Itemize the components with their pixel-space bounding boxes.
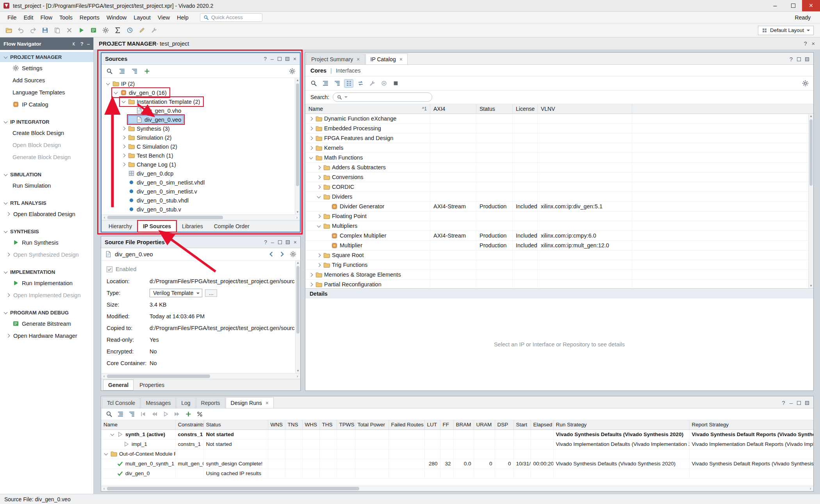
runs-row-synth-1-active[interactable]: synth_1 (active)constrs_1Not startedViva… bbox=[101, 429, 813, 439]
maximize-button[interactable] bbox=[784, 0, 802, 11]
scroll-up-icon[interactable]: ▲ bbox=[809, 114, 813, 119]
tab-reports[interactable]: Reports bbox=[196, 397, 225, 408]
tab-hierarchy[interactable]: Hierarchy bbox=[103, 221, 137, 232]
expand-all-button[interactable] bbox=[127, 410, 136, 419]
tab-properties[interactable]: Properties bbox=[134, 380, 169, 390]
play-green-button[interactable] bbox=[76, 25, 87, 35]
chevron-down-icon[interactable] bbox=[103, 451, 109, 456]
chevron-right-icon[interactable] bbox=[308, 126, 314, 131]
scroll-down-icon[interactable]: ▼ bbox=[809, 284, 813, 288]
runs-row-out-of-context-module-runs[interactable]: Out-of-Context Module Runs bbox=[101, 449, 813, 459]
flow-section-ip-integrator[interactable]: IP INTEGRATOR bbox=[0, 117, 93, 127]
edit-button[interactable] bbox=[136, 25, 147, 35]
runs-column-whs[interactable]: WHS bbox=[302, 420, 319, 429]
help-icon[interactable]: ? bbox=[790, 56, 793, 62]
scroll-down-icon[interactable]: ▼ bbox=[296, 369, 300, 373]
delete-button[interactable] bbox=[64, 25, 75, 35]
runs-column-lut[interactable]: LUT bbox=[424, 420, 440, 429]
undo-button[interactable] bbox=[15, 25, 26, 35]
dock-icon[interactable] bbox=[72, 41, 77, 46]
wrench-button[interactable] bbox=[148, 25, 159, 35]
menu-layout[interactable]: Layout bbox=[130, 13, 154, 22]
close-icon[interactable]: × bbox=[357, 56, 360, 62]
chevron-down-icon[interactable] bbox=[105, 81, 111, 86]
sigma-button[interactable] bbox=[112, 25, 123, 35]
runs-column-uram[interactable]: URAM bbox=[474, 420, 495, 429]
source-ip-2[interactable]: IP (2) bbox=[102, 79, 300, 88]
runs-column-bram[interactable]: BRAM bbox=[453, 420, 474, 429]
flow-item-create-block-design[interactable]: Create Block Design bbox=[0, 127, 93, 139]
catalog-row-cordic[interactable]: CORDIC bbox=[305, 182, 813, 192]
hier-button[interactable] bbox=[344, 79, 353, 88]
properties-horizontal-scrollbar[interactable]: ‹ › bbox=[101, 373, 300, 379]
chevron-right-icon[interactable] bbox=[5, 252, 11, 257]
source-div-gen-0-veo[interactable]: div_gen_0.veo bbox=[102, 115, 300, 124]
scroll-right-icon[interactable]: › bbox=[294, 374, 300, 379]
catalog-row-partial-reconfiguration[interactable]: Partial Reconfiguration bbox=[305, 280, 813, 288]
chevron-right-icon[interactable] bbox=[316, 165, 321, 170]
chevron-right-icon[interactable] bbox=[316, 185, 321, 190]
scroll-left-icon[interactable]: ‹ bbox=[102, 215, 107, 220]
quick-access-search[interactable]: Quick Access bbox=[200, 13, 262, 22]
details-header[interactable]: Details bbox=[305, 288, 813, 298]
swap-button[interactable] bbox=[356, 79, 365, 88]
collapse-all-button[interactable] bbox=[116, 410, 125, 419]
gear-button[interactable] bbox=[100, 25, 111, 35]
float-icon[interactable] bbox=[278, 240, 282, 244]
runs-horizontal-scrollbar[interactable]: ‹ › bbox=[101, 486, 813, 491]
close-button[interactable]: × bbox=[802, 0, 820, 11]
properties-vertical-scrollbar[interactable]: ▲ ▼ bbox=[295, 261, 300, 373]
source-div-gen-0-dcp[interactable]: div_gen_0.dcp bbox=[102, 169, 300, 178]
chevron-right-icon[interactable] bbox=[308, 272, 314, 277]
scroll-right-icon[interactable]: › bbox=[294, 215, 300, 220]
runs-column-elapsed[interactable]: Elapsed bbox=[531, 420, 553, 429]
source-div-gen-0-stub-v[interactable]: div_gen_0_stub.v bbox=[102, 205, 300, 214]
copy-button[interactable] bbox=[52, 25, 62, 35]
source-div-gen-0-sim-netlist-v[interactable]: div_gen_0_sim_netlist.v bbox=[102, 187, 300, 196]
subtab-cores[interactable]: Cores bbox=[310, 67, 326, 74]
catalog-row-kernels[interactable]: Kernels bbox=[305, 143, 813, 153]
tab-log[interactable]: Log bbox=[176, 397, 195, 408]
catalog-row-multiplier[interactable]: MultiplierProductionIncludedxilinx.com:i… bbox=[305, 241, 813, 250]
close-icon[interactable]: × bbox=[399, 56, 403, 62]
settings-gear-button[interactable] bbox=[800, 79, 810, 88]
flow-item-add-sources[interactable]: Add Sources bbox=[0, 74, 93, 86]
chevron-right-icon[interactable] bbox=[316, 175, 321, 180]
tab-ip-catalog[interactable]: IP Catalog× bbox=[365, 53, 408, 64]
runs-row-impl-1[interactable]: impl_1constrs_1Not startedVivado Impleme… bbox=[101, 439, 813, 449]
expand-all-button[interactable] bbox=[130, 67, 139, 76]
help-icon[interactable]: ? bbox=[264, 240, 267, 245]
flow-section-rtl-analysis[interactable]: RTL ANALYSIS bbox=[0, 198, 93, 208]
sources-vertical-scrollbar[interactable]: ▲ ▼ bbox=[295, 78, 300, 215]
menu-window[interactable]: Window bbox=[103, 13, 130, 22]
catalog-row-square-root[interactable]: Square Root bbox=[305, 250, 813, 260]
catalog-row-trig-functions[interactable]: Trig Functions bbox=[305, 260, 813, 270]
close-icon[interactable]: × bbox=[266, 400, 269, 406]
runs-row-div-gen-0[interactable]: div_gen_0Using cached IP results bbox=[101, 469, 813, 478]
chevron-down-icon[interactable] bbox=[121, 99, 126, 104]
subtab-interfaces[interactable]: Interfaces bbox=[336, 67, 361, 74]
tab-project-summary[interactable]: Project Summary× bbox=[306, 53, 365, 64]
runs-column-tpws[interactable]: TPWS bbox=[337, 420, 355, 429]
minimize-icon[interactable]: – bbox=[271, 240, 274, 245]
expand-all-button[interactable] bbox=[332, 79, 342, 88]
float-icon[interactable] bbox=[797, 57, 801, 61]
source-div-gen-0-vho[interactable]: div_gen_0.vho bbox=[102, 106, 300, 115]
flow-item-language-templates[interactable]: Language Templates bbox=[0, 86, 93, 98]
source-change-log-1[interactable]: Change Log (1) bbox=[102, 160, 300, 169]
chevron-down-icon[interactable] bbox=[113, 90, 118, 95]
enabled-checkbox[interactable] bbox=[107, 266, 112, 272]
chevron-down-icon[interactable] bbox=[3, 172, 8, 177]
runs-column-failed-routes[interactable]: Failed Routes bbox=[389, 420, 424, 429]
flow-item-settings[interactable]: Settings bbox=[0, 62, 93, 74]
minimize-icon[interactable]: – bbox=[271, 56, 274, 62]
close-icon[interactable]: × bbox=[812, 41, 815, 47]
scroll-left-icon[interactable]: ‹ bbox=[101, 374, 107, 379]
runs-column-total-power[interactable]: Total Power bbox=[355, 420, 389, 429]
chevron-right-icon[interactable] bbox=[121, 162, 126, 167]
runs-column-report-strategy[interactable]: Report Strategy bbox=[689, 420, 813, 429]
column-header-name[interactable]: Name^1 bbox=[305, 104, 430, 114]
runs-row-mult-gen-0-synth-1[interactable]: mult_gen_0_synth_1mult_gen_0synth_design… bbox=[101, 459, 813, 469]
percent-button[interactable] bbox=[195, 410, 204, 419]
chevron-down-icon[interactable] bbox=[316, 194, 321, 199]
